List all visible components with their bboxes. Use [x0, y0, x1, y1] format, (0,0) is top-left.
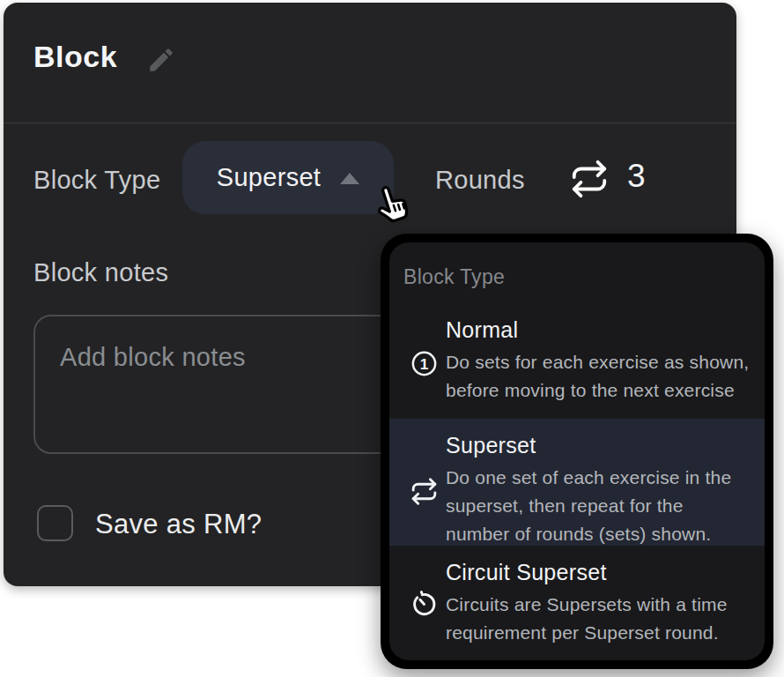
block-type-label: Block Type [33, 166, 160, 195]
block-type-dropdown-panel: Block Type 1 Normal Do sets for each exe… [389, 242, 765, 660]
option-description: Do sets for each exercise as shown, befo… [446, 348, 751, 405]
option-title: Circuit Superset [446, 558, 751, 586]
option-normal[interactable]: 1 Normal Do sets for each exercise as sh… [389, 303, 765, 420]
number-one-circle-icon: 1 [403, 316, 444, 420]
option-superset[interactable]: Superset Do one set of each exercise in … [389, 419, 765, 546]
rounds-label: Rounds [435, 166, 525, 195]
dropdown-header: Block Type [389, 242, 765, 303]
option-circuit-superset[interactable]: Circuit Superset Circuits are Supersets … [389, 546, 765, 660]
block-notes-label: Block notes [33, 258, 168, 287]
pencil-icon[interactable] [146, 45, 176, 75]
timer-icon [403, 558, 444, 660]
page-title: Block [33, 40, 117, 74]
page: { "card": { "title": "Block", "edit_icon… [0, 0, 784, 677]
chevron-up-icon [340, 173, 359, 184]
svg-text:1: 1 [419, 354, 428, 372]
block-type-selected-value: Superset [217, 163, 321, 192]
option-title: Normal [446, 316, 751, 344]
save-rm-label: Save as RM? [95, 509, 262, 540]
block-type-dropdown-menu: Block Type 1 Normal Do sets for each exe… [381, 234, 773, 669]
repeat-icon [569, 159, 610, 199]
repeat-icon [403, 431, 444, 546]
block-type-dropdown-button[interactable]: Superset [182, 141, 394, 214]
option-title: Superset [446, 431, 751, 459]
option-description: Do one set of each exercise in the super… [446, 464, 751, 548]
header-divider [4, 123, 736, 123]
save-rm-checkbox[interactable] [37, 505, 73, 541]
rounds-value[interactable]: 3 [627, 158, 646, 195]
option-description: Circuits are Supersets with a time requi… [446, 591, 751, 647]
